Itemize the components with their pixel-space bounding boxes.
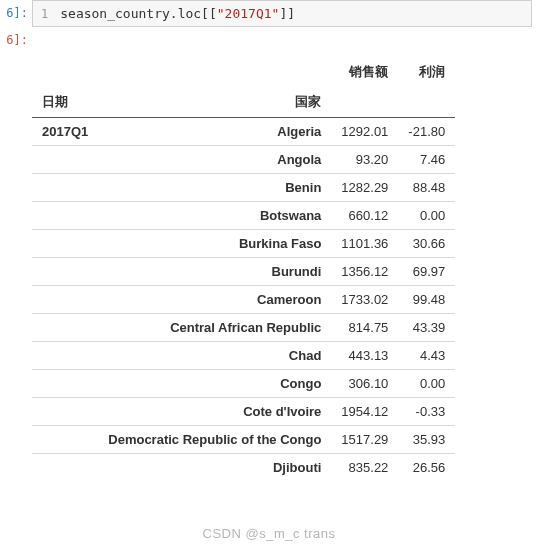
sales-cell: 1356.12 [331,258,398,286]
sales-cell: 835.22 [331,454,398,482]
sales-cell: 306.10 [331,370,398,398]
date-index-cell [32,230,98,258]
profit-cell: 30.66 [398,230,455,258]
table-row: 2017Q1Algeria1292.01-21.80 [32,118,455,146]
country-index-cell: Burundi [98,258,331,286]
profit-cell: 35.93 [398,426,455,454]
output-prompt-row: 6]: [0,27,538,47]
blank-header [32,57,98,87]
table-row: Angola93.207.46 [32,146,455,174]
input-cell: 6]: 1 season_country.loc[["2017Q1"]] [0,0,538,27]
profit-cell: 88.48 [398,174,455,202]
code-string-literal: "2017Q1" [217,6,280,21]
sales-cell: 660.12 [331,202,398,230]
watermark-text: CSDN @s_m_c trans [0,526,538,541]
sales-cell: 814.75 [331,314,398,342]
country-index-cell: Chad [98,342,331,370]
table-row: Congo306.100.00 [32,370,455,398]
table-body: 2017Q1Algeria1292.01-21.80Angola93.207.4… [32,118,455,482]
profit-cell: 4.43 [398,342,455,370]
table-row: Djibouti835.2226.56 [32,454,455,482]
sales-cell: 1101.36 [331,230,398,258]
line-number: 1 [41,7,48,21]
code-content[interactable]: season_country.loc[["2017Q1"]] [60,6,295,21]
profit-cell: 7.46 [398,146,455,174]
country-index-cell: Congo [98,370,331,398]
profit-cell: 43.39 [398,314,455,342]
date-index-cell [32,454,98,482]
country-index-cell: Central African Republic [98,314,331,342]
blank-header [98,57,331,87]
profit-cell: 26.56 [398,454,455,482]
country-index-cell: Algeria [98,118,331,146]
table-row: Chad443.134.43 [32,342,455,370]
date-index-cell [32,370,98,398]
country-index-cell: Botswana [98,202,331,230]
country-index-cell: Djibouti [98,454,331,482]
sales-cell: 1517.29 [331,426,398,454]
sales-cell: 1733.02 [331,286,398,314]
date-index-cell [32,342,98,370]
output-area: 销售额 利润 日期 国家 2017Q1Algeria1292.01-21.80A… [0,57,538,481]
country-index-cell: Benin [98,174,331,202]
date-index-cell [32,426,98,454]
dataframe-table: 销售额 利润 日期 国家 2017Q1Algeria1292.01-21.80A… [32,57,455,481]
table-row: Botswana660.120.00 [32,202,455,230]
blank-header [331,87,398,118]
profit-cell: -21.80 [398,118,455,146]
table-row: Cote d'Ivoire1954.12-0.33 [32,398,455,426]
profit-cell: 99.48 [398,286,455,314]
table-row: Cameroon1733.0299.48 [32,286,455,314]
sales-cell: 1954.12 [331,398,398,426]
blank-header [398,87,455,118]
table-row: Democratic Republic of the Congo1517.293… [32,426,455,454]
country-index-cell: Democratic Republic of the Congo [98,426,331,454]
output-prompt: 6]: [0,27,32,47]
table-row: Benin1282.2988.48 [32,174,455,202]
sales-cell: 1292.01 [331,118,398,146]
date-index-cell [32,398,98,426]
profit-cell: -0.33 [398,398,455,426]
column-header: 利润 [398,57,455,87]
date-index-cell [32,314,98,342]
sales-cell: 443.13 [331,342,398,370]
country-index-cell: Angola [98,146,331,174]
date-index-cell: 2017Q1 [32,118,98,146]
column-header-row: 销售额 利润 [32,57,455,87]
country-index-cell: Burkina Faso [98,230,331,258]
profit-cell: 69.97 [398,258,455,286]
sales-cell: 93.20 [331,146,398,174]
date-index-cell [32,258,98,286]
index-name: 国家 [98,87,331,118]
code-text-before: season_country.loc[[ [60,6,217,21]
sales-cell: 1282.29 [331,174,398,202]
country-index-cell: Cameroon [98,286,331,314]
table-row: Burundi1356.1269.97 [32,258,455,286]
profit-cell: 0.00 [398,370,455,398]
date-index-cell [32,146,98,174]
index-name: 日期 [32,87,98,118]
date-index-cell [32,174,98,202]
code-editor[interactable]: 1 season_country.loc[["2017Q1"]] [32,0,532,27]
input-prompt: 6]: [0,0,32,20]
date-index-cell [32,202,98,230]
index-names-row: 日期 国家 [32,87,455,118]
code-text-after: ]] [279,6,295,21]
date-index-cell [32,286,98,314]
table-row: Burkina Faso1101.3630.66 [32,230,455,258]
profit-cell: 0.00 [398,202,455,230]
table-row: Central African Republic814.7543.39 [32,314,455,342]
column-header: 销售额 [331,57,398,87]
country-index-cell: Cote d'Ivoire [98,398,331,426]
